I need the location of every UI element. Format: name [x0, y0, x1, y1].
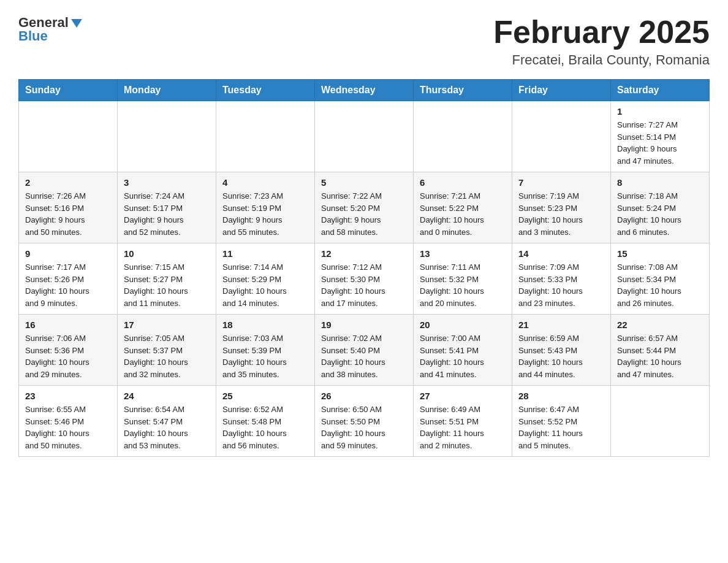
header-right: February 2025 Frecatei, Braila County, R…: [493, 15, 710, 68]
calendar-cell: 15Sunrise: 7:08 AM Sunset: 5:34 PM Dayli…: [611, 243, 710, 315]
calendar-cell: 4Sunrise: 7:23 AM Sunset: 5:19 PM Daylig…: [216, 172, 315, 243]
calendar-cell: 23Sunrise: 6:55 AM Sunset: 5:46 PM Dayli…: [19, 386, 118, 457]
day-number: 25: [222, 391, 308, 401]
day-number: 20: [420, 320, 506, 330]
day-info: Sunrise: 6:57 AM Sunset: 5:44 PM Dayligh…: [617, 332, 703, 380]
day-info: Sunrise: 7:23 AM Sunset: 5:19 PM Dayligh…: [222, 190, 308, 238]
day-info: Sunrise: 6:59 AM Sunset: 5:43 PM Dayligh…: [518, 332, 604, 380]
day-info: Sunrise: 7:09 AM Sunset: 5:33 PM Dayligh…: [518, 261, 604, 309]
day-info: Sunrise: 7:22 AM Sunset: 5:20 PM Dayligh…: [321, 190, 407, 238]
day-number: 22: [617, 320, 703, 330]
calendar-cell: 5Sunrise: 7:22 AM Sunset: 5:20 PM Daylig…: [315, 172, 414, 243]
logo: General Blue: [18, 15, 82, 44]
day-number: 19: [321, 320, 407, 330]
week-row-5: 23Sunrise: 6:55 AM Sunset: 5:46 PM Dayli…: [19, 386, 710, 457]
day-number: 6: [420, 177, 506, 188]
day-number: 24: [124, 391, 210, 401]
day-info: Sunrise: 7:05 AM Sunset: 5:37 PM Dayligh…: [124, 332, 210, 380]
logo-blue-text: Blue: [18, 28, 48, 44]
page-header: General Blue February 2025 Frecatei, Bra…: [18, 15, 710, 68]
day-info: Sunrise: 7:24 AM Sunset: 5:17 PM Dayligh…: [124, 190, 210, 238]
calendar-cell: [118, 101, 216, 172]
calendar-cell: 28Sunrise: 6:47 AM Sunset: 5:52 PM Dayli…: [512, 386, 611, 457]
header-monday: Monday: [118, 80, 216, 101]
day-info: Sunrise: 7:11 AM Sunset: 5:32 PM Dayligh…: [420, 261, 506, 309]
calendar-cell: 25Sunrise: 6:52 AM Sunset: 5:48 PM Dayli…: [216, 386, 315, 457]
header-wednesday: Wednesday: [315, 80, 414, 101]
day-number: 3: [124, 177, 210, 188]
day-number: 14: [518, 248, 604, 259]
calendar-cell: 13Sunrise: 7:11 AM Sunset: 5:32 PM Dayli…: [414, 243, 512, 315]
day-number: 17: [124, 320, 210, 330]
header-friday: Friday: [512, 80, 611, 101]
day-info: Sunrise: 6:50 AM Sunset: 5:50 PM Dayligh…: [321, 404, 407, 451]
location-label: Frecatei, Braila County, Romania: [493, 52, 710, 68]
day-info: Sunrise: 7:06 AM Sunset: 5:36 PM Dayligh…: [25, 332, 111, 380]
calendar-cell: [512, 101, 611, 172]
day-info: Sunrise: 7:02 AM Sunset: 5:40 PM Dayligh…: [321, 332, 407, 380]
calendar-cell: 24Sunrise: 6:54 AM Sunset: 5:47 PM Dayli…: [118, 386, 216, 457]
calendar-header-row: SundayMondayTuesdayWednesdayThursdayFrid…: [19, 80, 710, 101]
day-number: 1: [617, 106, 703, 117]
calendar-cell: 18Sunrise: 7:03 AM Sunset: 5:39 PM Dayli…: [216, 315, 315, 386]
day-info: Sunrise: 6:49 AM Sunset: 5:51 PM Dayligh…: [420, 404, 506, 451]
day-number: 7: [518, 177, 604, 188]
week-row-3: 9Sunrise: 7:17 AM Sunset: 5:26 PM Daylig…: [19, 243, 710, 315]
calendar-cell: 1Sunrise: 7:27 AM Sunset: 5:14 PM Daylig…: [611, 101, 710, 172]
day-number: 13: [420, 248, 506, 259]
calendar-cell: 8Sunrise: 7:18 AM Sunset: 5:24 PM Daylig…: [611, 172, 710, 243]
day-info: Sunrise: 7:00 AM Sunset: 5:41 PM Dayligh…: [420, 332, 506, 380]
calendar-cell: 11Sunrise: 7:14 AM Sunset: 5:29 PM Dayli…: [216, 243, 315, 315]
day-info: Sunrise: 6:55 AM Sunset: 5:46 PM Dayligh…: [25, 404, 111, 451]
day-number: 16: [25, 320, 111, 330]
day-number: 28: [518, 391, 604, 401]
calendar-cell: 17Sunrise: 7:05 AM Sunset: 5:37 PM Dayli…: [118, 315, 216, 386]
day-number: 21: [518, 320, 604, 330]
day-info: Sunrise: 7:19 AM Sunset: 5:23 PM Dayligh…: [518, 190, 604, 238]
calendar-cell: 14Sunrise: 7:09 AM Sunset: 5:33 PM Dayli…: [512, 243, 611, 315]
day-number: 12: [321, 248, 407, 259]
calendar-cell: 19Sunrise: 7:02 AM Sunset: 5:40 PM Dayli…: [315, 315, 414, 386]
day-info: Sunrise: 6:47 AM Sunset: 5:52 PM Dayligh…: [518, 404, 604, 451]
day-info: Sunrise: 7:03 AM Sunset: 5:39 PM Dayligh…: [222, 332, 308, 380]
week-row-1: 1Sunrise: 7:27 AM Sunset: 5:14 PM Daylig…: [19, 101, 710, 172]
day-number: 9: [25, 248, 111, 259]
calendar-cell: 12Sunrise: 7:12 AM Sunset: 5:30 PM Dayli…: [315, 243, 414, 315]
calendar-cell: 21Sunrise: 6:59 AM Sunset: 5:43 PM Dayli…: [512, 315, 611, 386]
header-sunday: Sunday: [19, 80, 118, 101]
day-number: 4: [222, 177, 308, 188]
logo-arrow-icon: [71, 19, 82, 28]
calendar-cell: [414, 101, 512, 172]
day-number: 27: [420, 391, 506, 401]
day-number: 23: [25, 391, 111, 401]
day-info: Sunrise: 7:12 AM Sunset: 5:30 PM Dayligh…: [321, 261, 407, 309]
day-info: Sunrise: 7:08 AM Sunset: 5:34 PM Dayligh…: [617, 261, 703, 309]
day-info: Sunrise: 6:54 AM Sunset: 5:47 PM Dayligh…: [124, 404, 210, 451]
calendar-cell: [315, 101, 414, 172]
calendar-cell: 16Sunrise: 7:06 AM Sunset: 5:36 PM Dayli…: [19, 315, 118, 386]
day-info: Sunrise: 7:27 AM Sunset: 5:14 PM Dayligh…: [617, 119, 703, 167]
calendar-cell: [611, 386, 710, 457]
calendar-cell: 6Sunrise: 7:21 AM Sunset: 5:22 PM Daylig…: [414, 172, 512, 243]
day-info: Sunrise: 7:17 AM Sunset: 5:26 PM Dayligh…: [25, 261, 111, 309]
day-number: 26: [321, 391, 407, 401]
calendar-cell: 20Sunrise: 7:00 AM Sunset: 5:41 PM Dayli…: [414, 315, 512, 386]
day-info: Sunrise: 7:21 AM Sunset: 5:22 PM Dayligh…: [420, 190, 506, 238]
day-number: 2: [25, 177, 111, 188]
day-number: 18: [222, 320, 308, 330]
day-info: Sunrise: 7:26 AM Sunset: 5:16 PM Dayligh…: [25, 190, 111, 238]
week-row-4: 16Sunrise: 7:06 AM Sunset: 5:36 PM Dayli…: [19, 315, 710, 386]
day-info: Sunrise: 7:15 AM Sunset: 5:27 PM Dayligh…: [124, 261, 210, 309]
header-tuesday: Tuesday: [216, 80, 315, 101]
day-info: Sunrise: 7:14 AM Sunset: 5:29 PM Dayligh…: [222, 261, 308, 309]
calendar-cell: 26Sunrise: 6:50 AM Sunset: 5:50 PM Dayli…: [315, 386, 414, 457]
calendar-cell: [19, 101, 118, 172]
header-saturday: Saturday: [611, 80, 710, 101]
day-number: 8: [617, 177, 703, 188]
week-row-2: 2Sunrise: 7:26 AM Sunset: 5:16 PM Daylig…: [19, 172, 710, 243]
day-info: Sunrise: 7:18 AM Sunset: 5:24 PM Dayligh…: [617, 190, 703, 238]
calendar-cell: 7Sunrise: 7:19 AM Sunset: 5:23 PM Daylig…: [512, 172, 611, 243]
calendar-cell: 9Sunrise: 7:17 AM Sunset: 5:26 PM Daylig…: [19, 243, 118, 315]
day-number: 10: [124, 248, 210, 259]
calendar-cell: 22Sunrise: 6:57 AM Sunset: 5:44 PM Dayli…: [611, 315, 710, 386]
